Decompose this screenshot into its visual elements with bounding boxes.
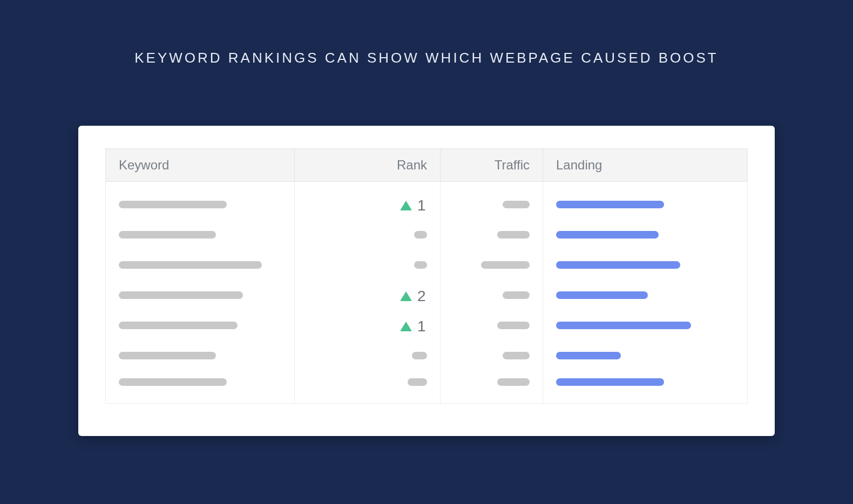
rank-placeholder (414, 261, 427, 269)
rankings-table: Keyword Rank Traffic Landing 121 (105, 148, 748, 404)
landing-placeholder (556, 201, 664, 208)
col-rank: Rank (295, 149, 441, 182)
cell-traffic (441, 311, 543, 342)
cell-keyword (106, 251, 295, 281)
cell-rank: 1 (295, 311, 441, 342)
table-row: 1 (106, 182, 748, 221)
cell-rank (295, 251, 441, 281)
keyword-placeholder (119, 261, 262, 269)
cell-traffic (441, 221, 543, 251)
cell-landing (543, 251, 748, 281)
cell-rank: 2 (295, 281, 441, 311)
cell-traffic (441, 251, 543, 281)
rank-number: 2 (417, 288, 427, 305)
cell-keyword (106, 311, 295, 342)
table-row: 2 (106, 281, 748, 311)
col-traffic: Traffic (441, 149, 543, 182)
table-row: 1 (106, 311, 748, 342)
keyword-placeholder (119, 352, 216, 359)
table-row (106, 342, 748, 372)
rank-number: 1 (417, 318, 427, 335)
rank-placeholder (414, 231, 427, 239)
keyword-placeholder (119, 322, 238, 329)
table-row (106, 221, 748, 251)
cell-traffic (441, 342, 543, 372)
cell-traffic (441, 281, 543, 311)
traffic-placeholder (497, 231, 530, 239)
cell-traffic (441, 182, 543, 221)
rank-placeholder (412, 352, 427, 359)
rank-placeholder (408, 378, 427, 386)
landing-placeholder (556, 261, 680, 269)
cell-rank (295, 342, 441, 372)
rank-up-icon (400, 322, 412, 331)
table-row (106, 251, 748, 281)
keyword-placeholder (119, 378, 227, 386)
cell-traffic (441, 372, 543, 404)
cell-keyword (106, 182, 295, 221)
traffic-placeholder (481, 261, 530, 269)
rank-number: 1 (417, 197, 427, 214)
cell-landing (543, 221, 748, 251)
cell-rank (295, 221, 441, 251)
traffic-placeholder (497, 322, 530, 329)
keyword-placeholder (119, 231, 216, 239)
cell-rank (295, 372, 441, 404)
landing-placeholder (556, 352, 621, 359)
cell-keyword (106, 281, 295, 311)
landing-placeholder (556, 291, 648, 299)
traffic-placeholder (503, 291, 530, 299)
col-keyword: Keyword (106, 149, 295, 182)
landing-placeholder (556, 231, 659, 239)
rank-up-icon (400, 201, 412, 210)
traffic-placeholder (497, 378, 530, 386)
page-title: KEYWORD RANKINGS CAN SHOW WHICH WEBPAGE … (134, 50, 719, 66)
cell-keyword (106, 372, 295, 404)
cell-rank: 1 (295, 182, 441, 221)
col-landing: Landing (543, 149, 748, 182)
traffic-placeholder (503, 352, 530, 359)
cell-keyword (106, 221, 295, 251)
table-row (106, 372, 748, 404)
cell-landing (543, 311, 748, 342)
cell-keyword (106, 342, 295, 372)
rankings-card: Keyword Rank Traffic Landing 121 (78, 126, 775, 436)
keyword-placeholder (119, 291, 243, 299)
cell-landing (543, 281, 748, 311)
landing-placeholder (556, 378, 664, 386)
traffic-placeholder (503, 201, 530, 208)
cell-landing (543, 372, 748, 404)
cell-landing (543, 342, 748, 372)
landing-placeholder (556, 322, 691, 329)
rank-up-icon (400, 291, 412, 301)
keyword-placeholder (119, 201, 227, 208)
cell-landing (543, 182, 748, 221)
